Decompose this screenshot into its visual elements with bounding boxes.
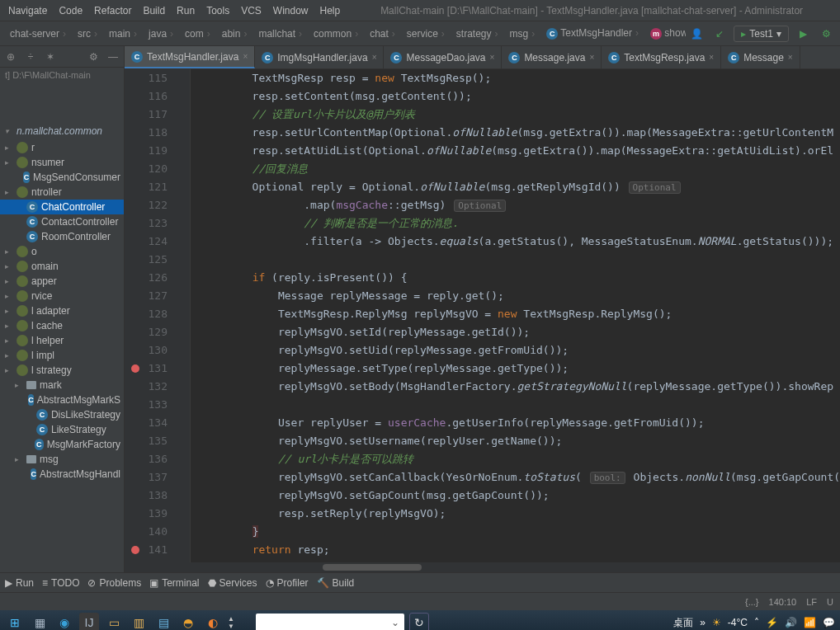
code-line[interactable]: User replyUser = userCache.getUserInfo(r… [201, 414, 840, 432]
target-icon[interactable]: ⊕ [3, 49, 18, 64]
debug-button[interactable]: ⚙ [817, 25, 835, 43]
crumb[interactable]: chat-server [5, 26, 71, 41]
code-line[interactable]: replyMsgVO.setGapCount(msg.getGapCount()… [201, 487, 840, 505]
code-line[interactable]: // 设置url小卡片以及@用户列表 [201, 106, 840, 124]
line-number[interactable]: 122 [125, 196, 168, 214]
app-icon-2[interactable]: ▤ [153, 613, 173, 630]
user-icon[interactable]: 👤 [687, 25, 706, 43]
tree-item[interactable]: ▸r [0, 140, 124, 155]
line-number[interactable]: 137 [125, 468, 168, 487]
crumb[interactable]: msg [505, 26, 540, 41]
scrollbar-thumb[interactable] [323, 564, 422, 571]
tool-services[interactable]: ⬣Services [208, 577, 257, 589]
line-number[interactable]: 140 [125, 523, 168, 541]
code-line[interactable]: .filter(a -> Objects.equals(a.getStatus(… [201, 233, 840, 251]
tree-item[interactable]: ▸l adapter [0, 303, 124, 318]
code-line[interactable]: // 判断是否是一个正常的消息. [201, 214, 840, 233]
code-line[interactable]: resp.setContent(msg.getContent()); [201, 87, 840, 106]
line-number[interactable]: 136 [125, 450, 168, 468]
crumb[interactable]: com [180, 26, 215, 41]
start-icon[interactable]: ⊞ [5, 613, 25, 630]
line-number[interactable]: 127 [125, 287, 168, 305]
code-line[interactable]: TextMsgResp.ReplyMsg replyMsgVO = new Te… [201, 305, 840, 323]
line-number[interactable]: 138 [125, 487, 168, 505]
tool-problems[interactable]: ⊘Problems [87, 577, 141, 589]
status-braces[interactable]: {...} [745, 597, 759, 607]
tree-item[interactable]: CMsgMarkFactory [0, 437, 124, 452]
line-number[interactable]: 126 [125, 269, 168, 287]
weather-icon[interactable]: ☀ [712, 617, 721, 628]
editor-tab[interactable]: CTextMsgHandler.java× [125, 46, 255, 68]
line-gutter[interactable]: 1151161171181191201211221231241251261271… [125, 69, 177, 562]
close-icon[interactable]: × [788, 53, 793, 62]
code-line[interactable]: replyMessage.setType(replyMessage.getTyp… [201, 360, 840, 378]
line-number[interactable]: 135 [125, 432, 168, 450]
run-button[interactable]: ▶ [794, 25, 812, 43]
chevron-up-icon[interactable]: ˄ [754, 617, 759, 628]
line-number[interactable]: 133 [125, 396, 168, 414]
code-line[interactable]: .map(msgCache::getMsg) Optional [201, 196, 840, 214]
tree-item[interactable]: ▸l strategy [0, 363, 124, 378]
tray-more-icon[interactable]: » [700, 617, 706, 628]
editor-tab[interactable]: CMessage.java× [502, 46, 602, 68]
close-icon[interactable]: × [709, 53, 714, 62]
crumb[interactable]: main [104, 26, 142, 41]
crumb-method[interactable]: m showMsg [645, 26, 686, 41]
editor-tab[interactable]: CTextMsgResp.java× [602, 46, 721, 68]
tree-item[interactable]: ▸msg [0, 452, 124, 467]
tree-item[interactable]: ▸omain [0, 259, 124, 274]
code-line[interactable]: TextMsgResp resp = new TextMsgResp(); [201, 69, 840, 87]
crumb[interactable]: java [144, 26, 178, 41]
status-line-sep[interactable]: LF [806, 597, 817, 607]
tree-item[interactable]: ▸o [0, 244, 124, 259]
editor-tab[interactable]: CImgMsgHandler.java× [255, 46, 384, 68]
tree-item[interactable]: CAbstractMsgHandl [0, 467, 124, 482]
tree-item[interactable]: CContactController [0, 214, 124, 229]
desktop-label[interactable]: 桌面 [673, 616, 693, 630]
line-number[interactable]: 125 [125, 251, 168, 269]
tool-run[interactable]: ▶Run [5, 577, 34, 589]
tree-item[interactable]: ▸nsumer [0, 155, 124, 170]
editor-tab[interactable]: CMessageDao.java× [384, 46, 502, 68]
run-config-selector[interactable]: ▸ Test1 ▾ [734, 26, 789, 42]
crumb[interactable]: mallchat [253, 26, 307, 41]
notif-icon[interactable]: 💬 [823, 617, 835, 628]
code-line[interactable]: replyMsgVO.setUsername(replyUser.getName… [201, 432, 840, 450]
edge-icon[interactable]: ◉ [54, 613, 74, 630]
close-icon[interactable]: × [589, 53, 594, 62]
tree-item[interactable]: CDisLikeStrategy [0, 407, 124, 422]
line-number[interactable]: 130 [125, 341, 168, 360]
menu-refactor[interactable]: Refactor [89, 2, 136, 19]
expand-icon[interactable]: ✶ [43, 49, 58, 64]
line-number[interactable]: 139 [125, 505, 168, 523]
line-number[interactable]: 131 [125, 360, 168, 378]
code-line[interactable]: resp.setUrlContentMap(Optional.ofNullabl… [201, 124, 840, 142]
close-icon[interactable]: × [372, 53, 377, 62]
code-line[interactable]: replyMsgVO.setBody(MsgHandlerFactory.get… [201, 378, 840, 396]
tree-item[interactable]: CChatController [0, 200, 124, 214]
menu-run[interactable]: Run [172, 2, 200, 19]
crumb[interactable]: chat [365, 26, 400, 41]
menu-vcs[interactable]: VCS [236, 2, 267, 19]
line-number[interactable]: 132 [125, 378, 168, 396]
task-view-icon[interactable]: ▦ [30, 613, 50, 630]
close-icon[interactable]: × [490, 53, 495, 62]
crumb-class[interactable]: C TextMsgHandler [541, 26, 644, 41]
code-line[interactable]: //回复消息 [201, 160, 840, 178]
code-line[interactable] [201, 251, 840, 269]
menu-help[interactable]: Help [315, 2, 346, 19]
line-number[interactable]: 123 [125, 214, 168, 233]
line-number[interactable]: 116 [125, 87, 168, 106]
code-area[interactable]: TextMsgResp resp = new TextMsgResp(); re… [191, 69, 840, 562]
battery-icon[interactable]: ⚡ [766, 617, 778, 628]
gear-icon[interactable]: ⚙ [86, 49, 101, 64]
editor-body[interactable]: 1151161171181191201211221231241251261271… [125, 69, 840, 562]
menu-navigate[interactable]: Navigate [3, 2, 52, 19]
tree-item[interactable]: CRoomController [0, 229, 124, 244]
menu-tools[interactable]: Tools [201, 2, 234, 19]
down-arrow-icon[interactable]: ▼ [228, 623, 234, 630]
tree-pkg[interactable]: ▾n.mallchat.common [0, 124, 124, 139]
up-arrow-icon[interactable]: ▲ [228, 615, 234, 623]
tree-item[interactable]: ▸apper [0, 274, 124, 289]
vcs-update-icon[interactable]: ↙ [710, 25, 729, 43]
